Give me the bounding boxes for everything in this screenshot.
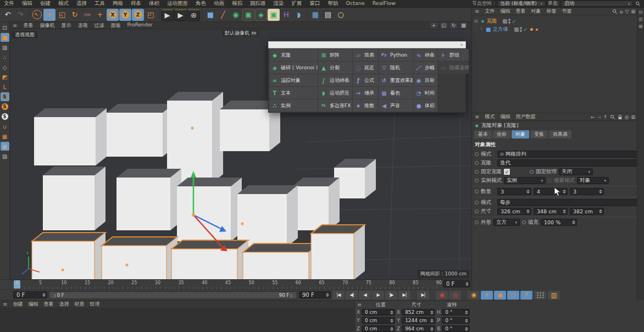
toolbar-button-axis-move[interactable]: + [94,9,106,21]
toolbar-button-live-selection[interactable]: ↖ [31,9,43,21]
mode-button-edge-mode[interactable]: ◇ [1,63,9,71]
rotate-view-icon[interactable]: ↻ [450,23,457,29]
toolbar-button-deformers-menu[interactable]: Η [280,9,292,21]
popup-item-push-apart-effector[interactable]: ∗推散 [353,99,378,112]
point-level-animation-button[interactable] [534,291,546,300]
transport-button-record-rotation[interactable]: ○ [507,291,519,300]
transport-button-record-position[interactable]: + [481,291,493,300]
menu-item[interactable]: 过滤 [91,22,107,29]
material-list-area[interactable] [0,308,354,332]
transport-button-record-scale[interactable]: ▣ [494,291,506,300]
count-z-field[interactable]: 3 [570,188,604,195]
toolbar-button-sep4[interactable] [306,9,309,21]
object-toggles[interactable]: ✓ [514,27,528,32]
menu-item[interactable]: 选择 [56,301,71,308]
toolbar-button-y-axis-lock[interactable]: Y [119,9,131,21]
toolbar-button-move-tool[interactable]: + [43,9,55,21]
popup-item-step-effector[interactable]: ⋰步幅 [413,62,437,74]
toolbar-button-undo[interactable]: ↶ [2,9,14,21]
popup-item-target-effector[interactable]: ◉目标 [413,74,437,86]
anim-dot[interactable] [475,190,479,193]
rot-p-field[interactable]: 0 ° [442,317,470,324]
transport-button-goto-end[interactable]: ▶| [417,291,429,300]
menu-item[interactable]: 文件 [0,0,18,7]
toolbar-button-light-objects[interactable]: ○ [335,9,347,21]
step-mode-select[interactable]: 每步 [497,199,642,206]
menu-item[interactable]: 标签 [543,8,559,15]
rot-h-field[interactable]: 0 ° [442,309,470,316]
toolbar-button-subdivision-surface[interactable]: ◉ [230,9,242,21]
side-tab-icon[interactable]: ▦ [639,24,643,29]
mode-button-convert-object[interactable]: ⊡ [1,23,9,32]
toolbar-button-sep3[interactable] [201,9,204,21]
popup-item-tracer[interactable]: ≈追踪对象 [269,74,318,86]
menu-item[interactable]: 样条 [127,0,145,7]
side-tab-icon[interactable]: ▥ [639,16,643,21]
popup-item-instance[interactable]: ∴实例 [269,99,318,112]
toolbar-button-coordinate-system[interactable]: ◰ [145,9,157,21]
zoom-view-icon[interactable]: ◱ [440,23,447,29]
transport-button-gap3[interactable] [462,291,467,300]
popup-item-shader-effector[interactable]: ▦着色 [379,87,413,99]
mode-button-snap-3d[interactable]: S [1,112,9,121]
add-panel-icon[interactable]: ⊞ [631,9,635,14]
count-y-field[interactable]: 4 [534,188,568,195]
transport-button-record-objects[interactable]: ◉ [436,291,448,300]
mode-button-enable-snap[interactable]: S [1,92,9,101]
menu-item[interactable]: 查看 [41,301,56,308]
mode-button-axis-mode[interactable]: L [1,82,9,91]
menu-item[interactable]: 显示 [58,22,74,29]
mode-button-point-mode[interactable]: ∴ [1,53,9,62]
current-frame-field[interactable]: 0 F [443,280,470,287]
pos-z-field[interactable]: 0 cm [362,325,395,332]
menu-item[interactable]: 渲染 [270,0,288,7]
popup-item-inheritance-effector[interactable]: →继承 [353,87,378,99]
popup-item-polygon-fx[interactable]: fx多边形FX [318,99,352,112]
menu-item[interactable]: 创建 [10,301,25,308]
object-name[interactable]: 立方体 [492,26,508,33]
end-frame-field[interactable]: 90 F [299,291,331,298]
popup-item-sound-effector[interactable]: ◀声音 [379,99,413,112]
menu-item[interactable]: 查看 [513,8,528,15]
object-toggles[interactable]: ✓ [503,19,516,24]
popup-item-group-effector[interactable]: ⊦群组 [438,49,469,61]
toolbar-button-rotate-tool[interactable]: ↻ [69,9,81,21]
popup-item-voronoi-fracture[interactable]: ◈破碎 ( Voronoi ) [269,62,318,74]
transport-button-play[interactable]: ▶ [372,291,384,300]
menu-item[interactable]: ProRender [124,22,156,29]
popup-item-plain-effector[interactable]: ▱简易 [353,49,378,61]
tab-coord[interactable]: 坐标 [493,130,510,139]
popup-item-volume-effector[interactable]: ●体积 [413,99,437,112]
anim-dot[interactable] [475,209,479,213]
menu-item[interactable]: 编辑 [497,8,513,15]
menu-item[interactable]: 模式 [482,113,497,120]
search-icon[interactable] [635,1,641,7]
menu-item[interactable]: 角色 [192,0,210,7]
popup-item-delay-effector[interactable]: ◌延迟 [353,62,378,74]
path-bar-icon[interactable]: ⌂ [620,9,623,14]
transport-button-prev-key[interactable]: ◀| [346,291,358,300]
size-z-field[interactable]: 382 cm [570,208,604,215]
pan-view-icon[interactable]: + [430,23,437,29]
object-name[interactable]: 克隆 [486,18,497,25]
anim-dot[interactable] [475,161,479,165]
filter-icon[interactable]: ▽ [625,9,629,14]
mode-button-workplane[interactable]: ▦ [1,132,9,141]
toolbar-button-floor-objects[interactable]: ▦ [309,9,321,21]
transport-button-next-frame[interactable]: |▶ [385,291,397,300]
tab-transform[interactable]: 变换 [530,130,548,139]
toolbar-button-fields-menu[interactable]: ◗ [293,9,305,21]
pos-y-field[interactable]: 0 cm [362,317,395,324]
toolbar-button-render-settings[interactable]: ⊛ [187,9,200,21]
popup-item-random-effector[interactable]: ∵随机 [379,62,413,74]
side-tab-icon[interactable]: ▤ [639,9,643,14]
anim-dot[interactable] [522,220,526,224]
popup-item-cloner[interactable]: ◆克隆 [269,49,318,61]
anim-dot[interactable] [475,179,479,182]
size-y-field[interactable]: 348 cm [534,208,568,215]
toolbar-button-modifiers-menu[interactable]: ◈ [255,9,267,21]
add-panel-icon[interactable]: ⊞ [631,114,635,120]
popup-item-text[interactable]: T文本 [269,87,318,99]
toolbar-button-mograph-menu[interactable]: ▣ [268,9,280,21]
toolbar-button-primitive-cube[interactable]: ■ [204,9,216,21]
